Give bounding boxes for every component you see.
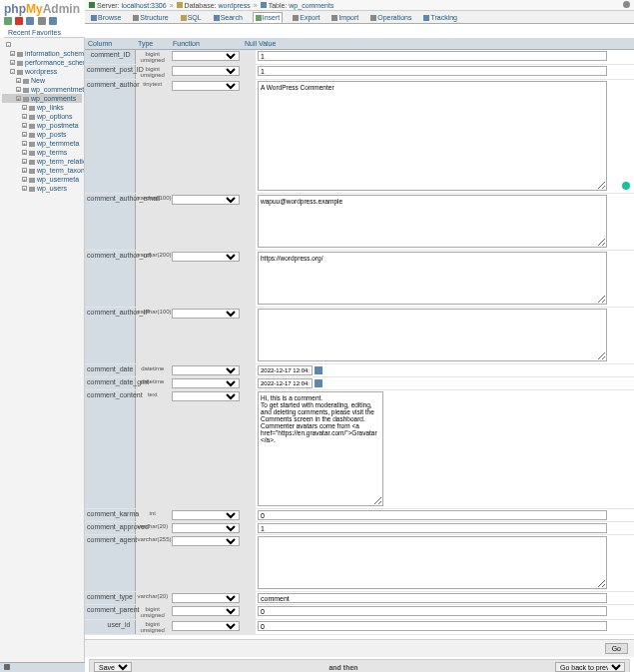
sidebar-item-wp-term-taxonomy[interactable]: +wp_term_taxonomy (2, 166, 82, 175)
plus-icon[interactable]: + (22, 150, 27, 155)
tree-root[interactable]: - (2, 40, 82, 49)
function-select-comment_approved[interactable] (172, 523, 240, 533)
input-comment_author_url[interactable]: https://wordpress.org/ (258, 252, 607, 305)
function-select-comment_parent[interactable] (172, 606, 240, 616)
sidebar-item-wp-comments[interactable]: +wp_comments (2, 94, 82, 103)
function-select-comment_author_email[interactable] (172, 195, 240, 205)
sidebar-item-wp-posts[interactable]: +wp_posts (2, 130, 82, 139)
plus-icon[interactable]: + (10, 60, 15, 65)
function-select-comment_date[interactable] (172, 365, 240, 375)
operations-icon (370, 15, 376, 21)
function-select-user_id[interactable] (172, 621, 240, 631)
tab-search[interactable]: Search (212, 13, 245, 22)
input-comment_ID[interactable] (258, 51, 607, 61)
home-icon[interactable] (4, 17, 12, 25)
tab-export[interactable]: Export (291, 13, 321, 22)
go-button[interactable]: Go (605, 643, 628, 654)
input-comment_date[interactable] (258, 365, 313, 375)
function-select-comment_karma[interactable] (172, 510, 240, 520)
function-select-comment_ID[interactable] (172, 51, 240, 61)
tab-insert[interactable]: Insert (253, 12, 284, 23)
function-select-comment_agent[interactable] (172, 536, 240, 546)
tabs: Browse Structure SQL Search Insert Expor… (85, 11, 634, 24)
tab-operations[interactable]: Operations (368, 13, 413, 22)
bc-db[interactable]: wordpress (218, 2, 250, 9)
function-select-comment_author[interactable] (172, 81, 240, 91)
logo[interactable]: phpMyAdmin (4, 2, 85, 16)
plus-icon[interactable]: + (16, 96, 21, 101)
sidebar-item-information-schema[interactable]: +information_schema (2, 49, 82, 58)
input-comment_author_IP[interactable] (258, 309, 607, 361)
sidebar-item-performance-schema[interactable]: +performance_schema (2, 58, 82, 67)
tab-structure[interactable]: Structure (131, 13, 170, 22)
minus-icon[interactable]: - (6, 42, 11, 47)
recent-favorites[interactable]: Recent Favorites (4, 27, 85, 38)
server-icon (89, 2, 95, 8)
input-comment_date_gmt[interactable] (258, 378, 313, 388)
sidebar-item-wp-term-relationships[interactable]: +wp_term_relationships (2, 157, 82, 166)
plus-icon[interactable]: + (22, 105, 27, 110)
sidebar-item-New[interactable]: +New (2, 76, 82, 85)
sidebar-item-wp-termmeta[interactable]: +wp_termmeta (2, 139, 82, 148)
sidebar-item-wp-commentmeta[interactable]: +wp_commentmeta (2, 85, 82, 94)
bc-table[interactable]: wp_comments (289, 2, 333, 9)
input-user_id[interactable] (258, 621, 607, 631)
bc-server[interactable]: localhost:3306 (122, 2, 167, 9)
sidebar-item-wp-users[interactable]: +wp_users (2, 184, 82, 193)
input-comment_type[interactable] (258, 593, 607, 603)
plus-icon[interactable]: + (16, 87, 21, 92)
input-comment_author_email[interactable]: wapuu@wordpress.example (258, 195, 607, 248)
null-cell (242, 65, 256, 80)
sidebar-item-wp-links[interactable]: +wp_links (2, 103, 82, 112)
logout-icon[interactable] (15, 17, 23, 25)
after-goback-select[interactable]: Go back to previous page (555, 662, 625, 672)
plus-icon[interactable]: + (22, 141, 27, 146)
col-type-label: varchar(200) (135, 251, 170, 308)
input-comment_karma[interactable] (258, 510, 607, 520)
tab-import[interactable]: Import (329, 13, 360, 22)
after-action-select[interactable]: Save (94, 662, 132, 672)
tab-browse[interactable]: Browse (89, 13, 123, 22)
gear-icon[interactable] (623, 1, 630, 8)
input-comment_post_ID[interactable] (258, 66, 607, 76)
input-comment_approved[interactable] (258, 523, 607, 533)
sidebar-item-wp-terms[interactable]: +wp_terms (2, 148, 82, 157)
db-table-icon (29, 115, 35, 120)
docs-icon[interactable] (26, 17, 34, 25)
plus-icon[interactable]: + (22, 186, 27, 191)
sidebar-item-wp-options[interactable]: +wp_options (2, 112, 82, 121)
row-comment-karma: comment_karmaint (85, 509, 634, 522)
sidebar-item-wordpress[interactable]: -wordpress (2, 67, 82, 76)
plus-icon[interactable]: + (10, 51, 15, 56)
tab-sql[interactable]: SQL (179, 13, 204, 22)
plus-icon[interactable]: + (22, 177, 27, 182)
plus-icon[interactable]: + (22, 168, 27, 173)
sidebar-item-wp-usermeta[interactable]: +wp_usermeta (2, 175, 82, 184)
input-comment_agent[interactable] (258, 536, 607, 589)
row-comment-date: comment_datedatetime (85, 364, 634, 377)
insert-icon (256, 15, 262, 21)
input-comment_content[interactable]: Hi, this is a comment. To get started wi… (258, 391, 383, 506)
nav-settings-icon[interactable] (38, 17, 46, 25)
sql-icon (181, 15, 187, 21)
function-select-comment_author_url[interactable] (172, 252, 240, 262)
calendar-icon[interactable] (315, 366, 322, 374)
plus-icon[interactable]: + (16, 78, 21, 83)
sidebar-item-wp-postmeta[interactable]: +wp_postmeta (2, 121, 82, 130)
input-comment_parent[interactable] (258, 606, 607, 616)
function-select-comment_content[interactable] (172, 391, 240, 401)
reload-icon[interactable] (49, 17, 57, 25)
function-select-comment_author_IP[interactable] (172, 309, 240, 319)
function-select-comment_post_ID[interactable] (172, 66, 240, 76)
plus-icon[interactable]: + (22, 159, 27, 164)
plus-icon[interactable]: + (22, 132, 27, 137)
function-select-comment_date_gmt[interactable] (172, 378, 240, 388)
plus-icon[interactable]: + (22, 114, 27, 119)
function-select-comment_type[interactable] (172, 593, 240, 603)
console-bar[interactable] (0, 662, 85, 672)
tab-tracking[interactable]: Tracking (421, 13, 459, 22)
minus-icon[interactable]: - (10, 69, 15, 74)
input-comment_author[interactable]: A WordPress Commenter (258, 81, 607, 191)
calendar-icon[interactable] (315, 379, 322, 387)
plus-icon[interactable]: + (22, 123, 27, 128)
